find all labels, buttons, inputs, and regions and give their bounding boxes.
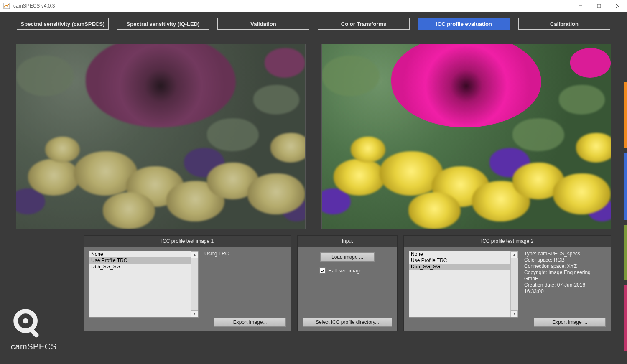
- test-image-2-view: [321, 44, 611, 229]
- panel-icc-test-image-1: ICC profile test image 1 None Use Profil…: [84, 235, 291, 331]
- panel-header: ICC profile test image 1: [84, 236, 291, 247]
- window-titlebar: camSPECS v4.0.3: [0, 0, 627, 12]
- logo-icon: [11, 306, 43, 339]
- brand-name: camSPECS: [11, 342, 57, 351]
- scroll-down-icon[interactable]: ▼: [511, 310, 518, 317]
- scroll-down-icon[interactable]: ▼: [191, 310, 198, 317]
- profile-2-info: Type: camSPECS_specs Color space: RGB Co…: [524, 251, 606, 295]
- svg-point-6: [23, 318, 28, 323]
- panel-header: ICC profile test image 2: [404, 236, 611, 247]
- tab-icc-profile-evaluation[interactable]: ICC profile evaluation: [418, 18, 510, 30]
- tab-spectral-camspecs[interactable]: Spectral sensitivity (camSPECS): [17, 18, 109, 30]
- edge-strip: [624, 112, 627, 148]
- half-size-label: Half size image: [328, 268, 362, 274]
- profile-1-status: Using TRC: [204, 251, 286, 257]
- tab-validation[interactable]: Validation: [217, 18, 309, 30]
- scrollbar[interactable]: ▲ ▼: [510, 251, 518, 317]
- tab-row: Spectral sensitivity (camSPECS) Spectral…: [0, 12, 627, 30]
- scroll-up-icon[interactable]: ▲: [191, 251, 198, 258]
- list-item[interactable]: D65_SG_SG: [89, 264, 191, 270]
- brand-logo: camSPECS: [11, 306, 57, 351]
- window-minimize-button[interactable]: [571, 0, 589, 12]
- panel-input: Input Load image ... Half size image Sel…: [297, 235, 398, 331]
- edge-strip: [624, 82, 627, 112]
- edge-strip: [624, 225, 627, 280]
- svg-rect-2: [597, 4, 601, 8]
- window-maximize-button[interactable]: [589, 0, 608, 12]
- profile-list-2[interactable]: None Use Profile TRC D65_SG_SG ▲ ▼: [409, 251, 518, 318]
- tab-calibration[interactable]: Calibration: [518, 18, 610, 30]
- list-item[interactable]: None: [89, 251, 191, 257]
- export-image-2-button[interactable]: Export image ...: [534, 318, 606, 327]
- panel-header: Input: [298, 236, 397, 247]
- list-item[interactable]: Use Profile TRC: [89, 257, 191, 264]
- export-image-1-button[interactable]: Export image...: [214, 318, 286, 327]
- window-close-button[interactable]: [608, 0, 627, 12]
- profile-list-1[interactable]: None Use Profile TRC D65_SG_SG ▲ ▼: [89, 251, 199, 318]
- list-item[interactable]: Use Profile TRC: [409, 257, 511, 264]
- edge-strip: [624, 153, 627, 220]
- list-item[interactable]: None: [409, 251, 511, 257]
- scrollbar[interactable]: ▲ ▼: [191, 251, 198, 317]
- half-size-checkbox[interactable]: [319, 267, 326, 274]
- scroll-up-icon[interactable]: ▲: [511, 251, 518, 258]
- panel-icc-test-image-2: ICC profile test image 2 None Use Profil…: [403, 235, 611, 331]
- edge-strip: [624, 285, 627, 351]
- app-icon: [3, 3, 10, 9]
- window-title: camSPECS v4.0.3: [13, 3, 55, 9]
- list-item[interactable]: D65_SG_SG: [409, 264, 511, 270]
- tab-spectral-iqled[interactable]: Spectral sensitivity (iQ-LED): [117, 18, 209, 30]
- test-image-1-view: [16, 44, 306, 229]
- load-image-button[interactable]: Load image ...: [320, 252, 375, 262]
- select-icc-directory-button[interactable]: Select ICC profile directory...: [303, 318, 392, 327]
- tab-color-transforms[interactable]: Color Transforms: [318, 18, 410, 30]
